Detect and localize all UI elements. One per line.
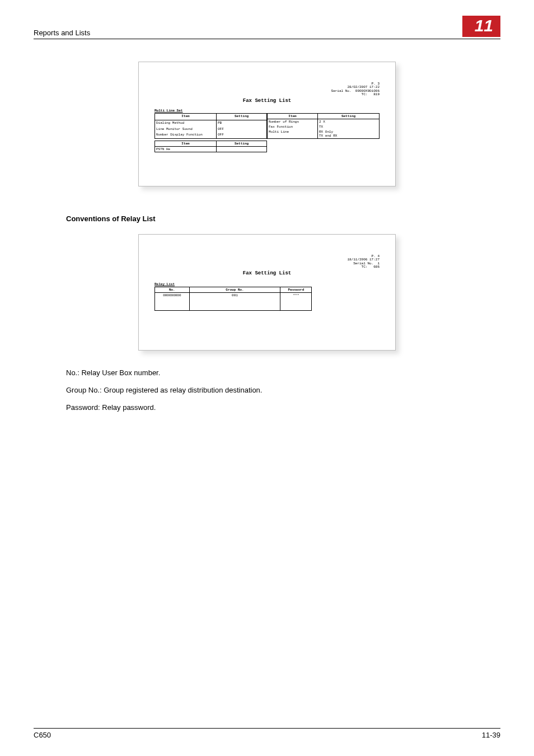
settings-table-bottom: Item Setting PSTN He xyxy=(154,141,267,152)
th-item: Item xyxy=(155,141,217,147)
relay-table: No. Group No. Password 000000000 001 *** xyxy=(154,287,312,311)
meta-tc-value: 819 xyxy=(373,92,380,96)
td-password: *** xyxy=(280,293,312,311)
td-item: Number Display Function xyxy=(155,132,217,138)
report-section-label: Relay List xyxy=(154,282,380,286)
th-item: Item xyxy=(268,114,318,119)
td-item: Fax Function xyxy=(268,124,318,129)
settings-table-left: Item Setting Dialing Method PB Line Moni… xyxy=(154,113,267,139)
report-section-label: Multi Line Set xyxy=(154,109,380,113)
td-no: 000000000 xyxy=(155,293,190,311)
report-meta: P. 4 18/11/2006 17:27 Serial No. 1 TC: 6… xyxy=(154,255,380,269)
footer-right: 11-39 xyxy=(482,731,500,739)
page-footer: C650 11-39 xyxy=(34,728,500,739)
note-password: Password: Relay password. xyxy=(66,402,500,414)
td-item: PSTN He xyxy=(155,147,217,152)
td-item: Multi Line xyxy=(268,129,318,139)
meta-tc-label: TC: xyxy=(362,92,368,96)
th-setting: Setting xyxy=(217,141,267,147)
meta-tc-label: TC: xyxy=(362,265,368,269)
heading-conventions-relay-list: Conventions of Relay List xyxy=(66,214,500,223)
report-title: Fax Setting List xyxy=(154,98,380,104)
td-setting: 2 X xyxy=(318,119,380,125)
th-item: Item xyxy=(155,114,217,120)
meta-serial-label: Serial No. xyxy=(331,89,352,93)
footer-left: C650 xyxy=(34,731,51,739)
td-setting: TX xyxy=(318,124,380,129)
note-group: Group No.: Group registered as relay dis… xyxy=(66,385,500,396)
section-title: Reports and Lists xyxy=(34,29,90,37)
meta-tc-value: 686 xyxy=(373,265,380,269)
td-setting xyxy=(217,147,267,152)
td-setting: PB xyxy=(217,120,267,127)
th-setting: Setting xyxy=(318,114,380,119)
figure-fax-setting-list: P. 3 28/02/2007 17:22 Serial No. 00000X9… xyxy=(138,62,396,186)
report-title: Fax Setting List xyxy=(154,270,380,276)
th-group: Group No. xyxy=(189,287,280,293)
th-setting: Setting xyxy=(217,114,267,120)
figure-relay-list: P. 4 18/11/2006 17:27 Serial No. 1 TC: 6… xyxy=(138,234,396,351)
th-no: No. xyxy=(155,287,190,293)
td-item: Dialing Method xyxy=(155,120,217,127)
settings-table-right: Item Setting Number of Rings 2 X Fax Fun… xyxy=(267,113,380,139)
td-group: 001 xyxy=(189,293,280,311)
td-setting: RX Only TX and RX xyxy=(318,129,380,139)
th-password: Password xyxy=(280,287,312,293)
note-no: No.: Relay User Box number. xyxy=(66,367,500,379)
report-meta: P. 3 28/02/2007 17:22 Serial No. 00000X9… xyxy=(154,82,380,96)
td-setting: OFF xyxy=(217,132,267,138)
td-item: Line Monitor Sound xyxy=(155,127,217,133)
td-setting: OFF xyxy=(217,127,267,133)
td-item: Number of Rings xyxy=(268,119,318,125)
page-header: Reports and Lists 11 xyxy=(34,16,500,39)
chapter-number-badge: 11 xyxy=(462,16,500,37)
